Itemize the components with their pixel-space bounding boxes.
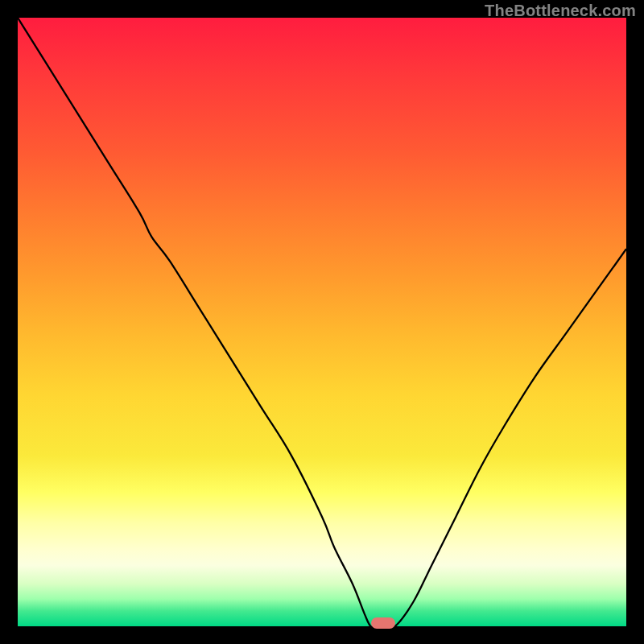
watermark-label: TheBottleneck.com [485, 2, 636, 20]
curve-path [18, 18, 626, 626]
plot-area [18, 18, 626, 626]
bottleneck-curve [18, 18, 626, 626]
chart-frame: TheBottleneck.com [0, 0, 644, 644]
optimal-marker [371, 617, 395, 629]
